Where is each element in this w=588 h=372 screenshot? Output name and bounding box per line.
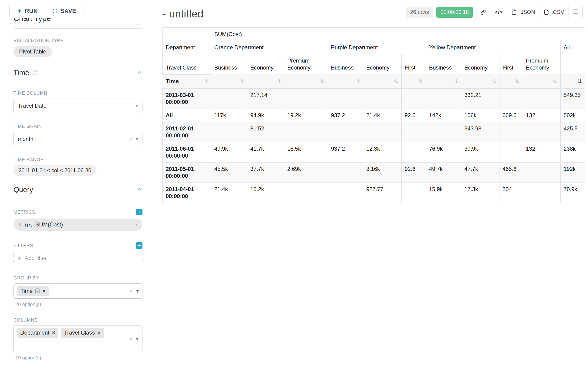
value-cell [363,89,402,109]
remove-metric-icon[interactable]: × [18,221,21,228]
chart-title[interactable]: - untitled [162,7,203,20]
sort-header[interactable]: ⇅ [402,74,426,89]
column-info-icon[interactable]: i [35,288,39,294]
control-panel: RUN SAVE Chart Type ‸‸ VISUALIZATION TYP… [0,0,150,372]
value-cell: 238k [561,142,585,162]
sort-icon[interactable]: ⇅ [394,78,398,85]
columns-options-hint: 19 option(s) [15,355,142,361]
clear-all-icon[interactable]: × [129,288,133,294]
value-cell [402,142,426,162]
add-filter-box[interactable]: + Add filter [13,252,142,264]
sort-header[interactable]: ⇅ [499,74,523,89]
sort-header[interactable]: ⇊ [561,74,585,89]
sort-header[interactable]: ⇅ [328,74,363,89]
more-options-button[interactable]: ☰ [568,6,583,18]
value-cell: 204 [499,183,523,203]
sort-header[interactable]: ⇅ [523,74,561,89]
sort-header[interactable]: ⇅ [461,74,499,89]
time-column-select[interactable]: Travel Date ▾ [13,99,142,113]
time-row-label: Time [166,78,179,85]
sort-icon[interactable]: ⇅ [515,78,520,85]
value-cell [284,183,328,203]
visualization-type-value[interactable]: Pivot Table [13,46,52,57]
sort-header[interactable]: ⇅ [426,74,461,89]
view-query-button[interactable]: </> [491,6,507,18]
value-cell: 132 [523,109,561,122]
explore-page: RUN SAVE Chart Type ‸‸ VISUALIZATION TYP… [0,0,588,372]
remove-tag-icon[interactable]: × [52,330,55,336]
sort-icon[interactable]: ⇅ [454,78,458,85]
value-cell [402,122,426,142]
sort-icon[interactable]: ⇅ [356,78,360,85]
chevron-up-icon[interactable] [136,70,142,76]
columns-tag-label: Travel Class [64,329,94,336]
value-cell [211,122,247,142]
value-cell: 45.5k [211,162,247,183]
sort-header[interactable]: ⇅ [284,74,328,89]
sort-header[interactable]: ⇅ [247,74,284,89]
columns-label: COLUMNS [13,317,142,323]
add-filter-plus-button[interactable]: + [136,242,142,249]
sort-icon[interactable]: ⇅ [418,78,423,85]
remove-tag-icon[interactable]: × [42,288,45,294]
row-header: 2011-04-01 00:00:00 [163,183,211,203]
chevron-right-icon[interactable]: › [136,221,138,228]
sort-icon[interactable]: ⇅ [320,78,325,85]
value-cell: 94.9k [247,109,284,122]
export-json-button[interactable]: .JSON [507,6,539,18]
clear-all-icon[interactable]: × [129,336,133,342]
remove-tag-icon[interactable]: × [98,330,101,336]
time-sort-header[interactable]: Time⇅ [163,74,211,88]
columns-select[interactable]: Department × Travel Class × × ▾ [13,326,142,352]
column-group-header: Orange Department [211,41,328,54]
file-icon [511,9,517,15]
row-header: 2011-02-01 00:00:00 [163,122,211,142]
columns-tag[interactable]: Department × [17,328,58,338]
value-cell: 17.3k [461,183,499,203]
metric-chip[interactable]: × ƒ(x) SUM(Cost) › [13,219,142,231]
copy-link-button[interactable] [476,6,491,18]
export-json-label: .JSON [519,9,535,15]
row-header: 2011-03-01 00:00:00 [163,89,211,109]
sort-descending-icon[interactable]: ⇊ [578,78,582,85]
group-by-select[interactable]: Time i × × ▾ [13,283,142,299]
clear-icon[interactable]: × [129,136,133,142]
group-by-tag[interactable]: Time i × [17,286,49,296]
column-header: Business [426,54,461,74]
lightning-icon [17,8,22,14]
time-section-header[interactable]: Time [13,69,142,77]
export-csv-button[interactable]: .CSV [539,6,568,18]
chevron-up-icon[interactable] [136,187,142,193]
collapse-dots-icon[interactable]: ‸‸ [136,20,141,25]
value-cell [523,89,561,109]
value-cell: 47.7k [461,162,499,183]
sort-icon[interactable]: ⇅ [492,78,496,85]
add-metric-button[interactable]: + [136,209,142,215]
run-button[interactable]: RUN [10,5,45,17]
row-count-badge: 26 rows [406,7,433,18]
value-cell: 937.2 [328,109,363,122]
value-cell [328,89,363,109]
sort-icon[interactable]: ⇅ [204,78,208,85]
save-button[interactable]: SAVE [45,5,83,17]
sort-header[interactable]: ⇅ [211,74,247,89]
columns-tag[interactable]: Travel Class × [61,328,104,338]
value-cell: 142k [426,109,461,122]
column-header-row: Travel ClassBusinessEconomyPremium Econo… [163,54,585,74]
column-header [561,54,585,74]
chart-panel: - untitled 26 rows 00:00:00.18 </> .JSON [150,0,588,372]
sort-icon[interactable]: ⇅ [240,78,244,85]
value-cell: 19.2k [284,109,328,122]
value-cell: 669.6 [499,109,523,122]
column-group-row: DepartmentOrange DepartmentPurple Depart… [163,41,585,54]
time-column-label: TIME COLUMN [13,90,142,96]
time-range-value[interactable]: 2011-01-01 ≤ col < 2011-06-30 [13,165,96,176]
query-section-header[interactable]: Query [13,186,142,194]
caret-down-icon: ▾ [136,103,138,109]
sort-header[interactable]: ⇅ [363,74,402,89]
column-header: Premium Economy [523,54,561,74]
time-grain-select[interactable]: month × ▾ [13,132,142,146]
sort-icon[interactable]: ⇅ [277,78,281,85]
table-row: All117k94.9k19.2k937.221.4k92.6142k106k6… [163,109,585,122]
sort-icon[interactable]: ⇅ [553,78,557,85]
